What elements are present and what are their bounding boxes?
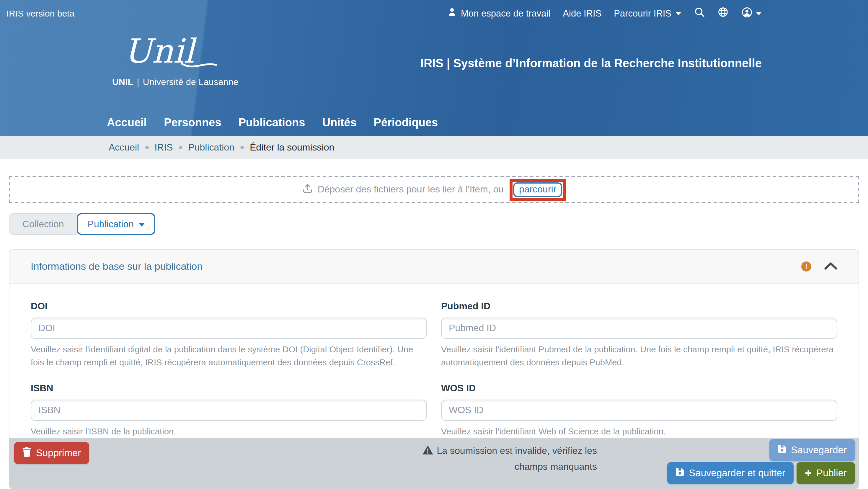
globe-icon (717, 6, 728, 20)
publish-button[interactable]: + Publier (797, 462, 855, 484)
wos-field-group: WOS ID Veuillez saisir l'identifiant Web… (441, 383, 837, 438)
save-and-quit-button[interactable]: Sauvegarder et quitter (667, 462, 794, 484)
doi-field-group: DOI Veuillez saisir l'identifiant digita… (31, 301, 427, 369)
header: IRIS version beta Mon espace de travail … (0, 0, 868, 136)
chevron-down-icon (756, 11, 762, 15)
chevron-down-icon (676, 11, 681, 15)
tab-publication[interactable]: Publication (77, 213, 155, 235)
breadcrumb-publication[interactable]: Publication (188, 142, 235, 153)
warning-triangle-icon (422, 445, 433, 455)
save-icon (675, 467, 684, 479)
breadcrumb-iris[interactable]: IRIS (154, 142, 173, 153)
nav-item-publications[interactable]: Publications (239, 116, 305, 129)
tab-collection[interactable]: Collection (9, 213, 78, 235)
breadcrumb: Accueil IRIS Publication Éditer la soumi… (0, 136, 868, 159)
breadcrumb-current: Éditer la soumission (250, 142, 334, 153)
breadcrumb-separator (240, 146, 244, 149)
isbn-field-group: ISBN Veuillez saisir l'ISBN de la public… (31, 383, 427, 438)
doi-help-text: Veuillez saisir l'identifiant digital de… (31, 343, 427, 369)
doi-input[interactable] (31, 318, 427, 339)
search-button[interactable] (694, 6, 705, 20)
upload-icon (302, 183, 313, 196)
invalid-submission-warning: La soumission est invalide, vérifiez les… (414, 443, 597, 475)
version-label: IRIS version beta (6, 8, 74, 18)
isbn-input[interactable] (31, 399, 427, 421)
save-actions: Sauvegarder Sauvegarder et quitter + Pub… (667, 439, 855, 484)
top-bar: IRIS version beta Mon espace de travail … (0, 0, 868, 27)
pubmed-input[interactable] (441, 318, 837, 339)
pubmed-label: Pubmed ID (441, 301, 837, 312)
account-menu[interactable] (741, 6, 762, 20)
pubmed-help-text: Veuillez saisir l'identifiant Pubmed de … (441, 343, 837, 369)
warning-badge-icon: ! (801, 261, 811, 271)
avatar-icon (741, 6, 753, 20)
breadcrumb-accueil[interactable]: Accueil (108, 142, 139, 153)
language-button[interactable] (717, 6, 728, 20)
breadcrumb-separator (145, 146, 149, 149)
highlight-box: parcourir (509, 178, 566, 200)
nav-item-unites[interactable]: Unités (322, 116, 356, 129)
person-icon (447, 7, 457, 20)
breadcrumb-separator (179, 146, 182, 149)
isbn-label: ISBN (31, 383, 427, 394)
section-title: Informations de base sur la publication (31, 261, 203, 272)
doi-label: DOI (31, 301, 427, 312)
chevron-down-icon (138, 223, 144, 226)
nav-item-personnes[interactable]: Personnes (164, 116, 221, 129)
search-icon (694, 6, 705, 20)
nav-item-accueil[interactable]: Accueil (107, 116, 147, 129)
workspace-link[interactable]: Mon espace de travail (447, 7, 550, 20)
wos-input[interactable] (441, 399, 837, 421)
unil-tagline: UNIL|Université de Lausanne (112, 77, 239, 87)
section-header[interactable]: Informations de base sur la publication … (9, 250, 859, 284)
main-nav: Accueil Personnes Publications Unités Pé… (107, 116, 438, 129)
top-nav: Mon espace de travail Aide IRIS Parcouri… (447, 6, 762, 20)
help-link[interactable]: Aide IRIS (563, 8, 601, 19)
page: IRIS version beta Mon espace de travail … (0, 0, 868, 489)
warning-text: La soumission est invalide, vérifiez les… (437, 446, 597, 471)
svg-text:Unil: Unil (124, 33, 197, 70)
save-icon (777, 445, 786, 456)
isbn-help-text: Veuillez saisir l'ISBN de la publication… (31, 425, 427, 438)
action-bar: Supprimer La soumission est invalide, vé… (9, 438, 859, 489)
form-grid: DOI Veuillez saisir l'identifiant digita… (9, 284, 859, 463)
chevron-up-icon[interactable] (824, 261, 837, 272)
file-dropzone[interactable]: Déposer des fichiers pour les lier à l'I… (9, 176, 859, 203)
header-divider (107, 103, 762, 103)
unil-script-logo: Unil (111, 33, 217, 74)
unil-logo[interactable]: Unil UNIL|Université de Lausanne (111, 33, 217, 74)
save-button[interactable]: Sauvegarder (769, 439, 855, 461)
wos-help-text: Veuillez saisir l'identifiant Web of Sci… (441, 425, 837, 438)
page-title: IRIS | Système d’Information de la Reche… (421, 57, 762, 70)
trash-icon (23, 447, 31, 459)
browse-menu[interactable]: Parcourir IRIS (614, 8, 681, 19)
pubmed-field-group: Pubmed ID Veuillez saisir l'identifiant … (441, 301, 837, 369)
browse-files-button[interactable]: parcourir (513, 182, 562, 197)
plus-icon: + (805, 466, 812, 478)
type-tabs: Collection Publication (9, 213, 155, 235)
dropzone-label: Déposer des fichiers pour les lier à l'I… (318, 184, 504, 195)
nav-item-periodiques[interactable]: Périodiques (374, 116, 438, 129)
wos-label: WOS ID (441, 383, 837, 394)
delete-button[interactable]: Supprimer (14, 442, 89, 464)
